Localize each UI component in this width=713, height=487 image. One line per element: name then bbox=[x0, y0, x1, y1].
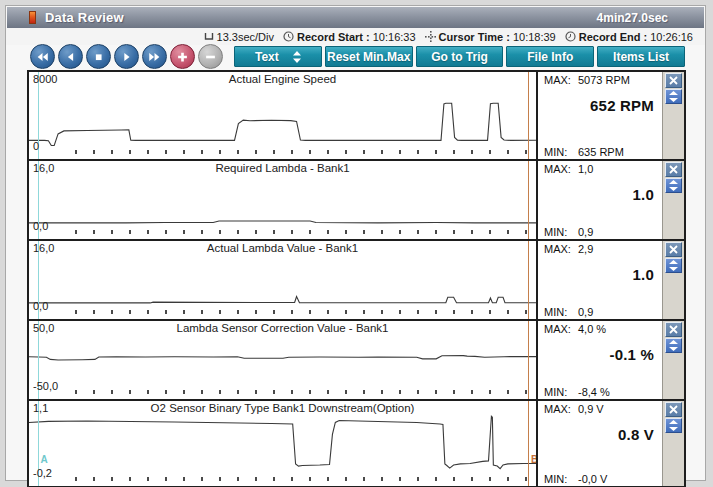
charts: 8000 Actual Engine Speed 0 MAX:5073 RPM … bbox=[27, 70, 686, 487]
fast-rewind-button[interactable] bbox=[30, 44, 55, 69]
scale-min-label: 0,0 bbox=[33, 300, 48, 312]
channel-title: Lambda Sensor Correction Value - Bank1 bbox=[29, 322, 536, 334]
channel-row: 8000 Actual Engine Speed 0 MAX:5073 RPM … bbox=[29, 72, 684, 159]
channel-row: 50,0 Lambda Sensor Correction Value - Ba… bbox=[29, 319, 684, 399]
updown-arrows-icon bbox=[669, 91, 678, 102]
toolbar: Text Reset Min.Max Go to Trig File Info … bbox=[6, 45, 705, 70]
scale-min-label: 0 bbox=[33, 140, 39, 152]
move-channel-button[interactable] bbox=[665, 258, 682, 273]
data-review-window: Data Review 4min27.0sec 13.3sec/Div Reco… bbox=[5, 5, 706, 481]
window-title: Data Review bbox=[45, 10, 124, 25]
plot-area[interactable]: 16,0 Actual Lambda Value - Bank1 0,0 bbox=[29, 241, 536, 319]
scale-min-label: -0,2 bbox=[33, 467, 52, 479]
channel-controls bbox=[662, 241, 684, 319]
channel-controls bbox=[662, 321, 684, 399]
step-back-button[interactable] bbox=[58, 44, 83, 69]
current-value: 1.0 bbox=[544, 266, 658, 283]
current-value: 0.8 V bbox=[544, 426, 658, 443]
time-ticks bbox=[59, 150, 532, 154]
cursor-b-line[interactable] bbox=[528, 72, 530, 159]
max-row: MAX:5073 RPM bbox=[544, 74, 658, 86]
close-icon bbox=[669, 405, 678, 414]
plot-area[interactable]: 8000 Actual Engine Speed 0 bbox=[29, 72, 536, 159]
scale-min-label: 0,0 bbox=[33, 220, 48, 232]
step-back-icon bbox=[63, 50, 78, 64]
time-ticks bbox=[59, 477, 532, 481]
plot-area[interactable]: 50,0 Lambda Sensor Correction Value - Ba… bbox=[29, 321, 536, 399]
reset-minmax-button[interactable]: Reset Min.Max bbox=[325, 46, 413, 67]
close-channel-button[interactable] bbox=[665, 242, 682, 257]
move-channel-button[interactable] bbox=[665, 418, 682, 433]
zoom-in-button[interactable] bbox=[170, 44, 195, 69]
channel-title: O2 Sensor Binary Type Bank1 Downstream(O… bbox=[29, 402, 536, 414]
max-row: MAX:4,0 % bbox=[544, 323, 658, 335]
channel-title: Required Lambda - Bank1 bbox=[29, 162, 536, 174]
min-row: MIN:-8,4 % bbox=[544, 386, 658, 398]
close-channel-button[interactable] bbox=[665, 162, 682, 177]
close-icon bbox=[669, 245, 678, 254]
close-icon bbox=[669, 76, 678, 85]
spinner-updown-icon bbox=[293, 51, 301, 63]
channel-controls bbox=[662, 401, 684, 486]
current-value: -0.1 % bbox=[544, 346, 658, 363]
move-channel-button[interactable] bbox=[665, 338, 682, 353]
move-channel-button[interactable] bbox=[665, 178, 682, 193]
max-row: MAX:1,0 bbox=[544, 163, 658, 175]
close-channel-button[interactable] bbox=[665, 402, 682, 417]
time-ticks bbox=[59, 230, 532, 234]
play-icon bbox=[119, 50, 134, 64]
close-channel-button[interactable] bbox=[665, 73, 682, 88]
current-value: 1.0 bbox=[544, 186, 658, 203]
min-row: MIN:635 RPM bbox=[544, 146, 658, 158]
play-button[interactable] bbox=[114, 44, 139, 69]
updown-arrows-icon bbox=[669, 260, 678, 271]
value-panel: MAX:2,9 1.0 MIN:0,9 bbox=[538, 241, 662, 319]
plot-area[interactable]: 16,0 Required Lambda - Bank1 0,0 bbox=[29, 161, 536, 239]
current-value: 652 RPM bbox=[544, 97, 658, 114]
file-info-button[interactable]: File Info bbox=[506, 46, 594, 67]
scale-min-label: -50,0 bbox=[33, 380, 58, 392]
text-mode-select[interactable]: Text bbox=[234, 46, 322, 67]
channel-controls bbox=[662, 72, 684, 159]
clock-icon bbox=[283, 31, 294, 42]
channel-title: Actual Lambda Value - Bank1 bbox=[29, 242, 536, 254]
fast-forward-button[interactable] bbox=[142, 44, 167, 69]
cursor-b-label: B bbox=[531, 454, 536, 465]
channel-title: Actual Engine Speed bbox=[29, 73, 536, 85]
record-start: Record Start : 10:16:33 bbox=[283, 31, 416, 43]
cursor-crosshair-icon bbox=[425, 31, 436, 42]
channel-row: 16,0 Actual Lambda Value - Bank1 0,0 MAX… bbox=[29, 239, 684, 319]
toolbar-buttons: Text Reset Min.Max Go to Trig File Info … bbox=[234, 46, 685, 67]
max-row: MAX:2,9 bbox=[544, 243, 658, 255]
value-panel: MAX:4,0 % -0.1 % MIN:-8,4 % bbox=[538, 321, 662, 399]
app-flag-icon bbox=[29, 11, 36, 24]
time-ticks bbox=[59, 390, 532, 394]
time-ticks bbox=[59, 310, 532, 314]
move-channel-button[interactable] bbox=[665, 89, 682, 104]
min-row: MIN:0,9 bbox=[544, 226, 658, 238]
go-to-trig-button[interactable]: Go to Trig bbox=[416, 46, 504, 67]
waveform bbox=[29, 72, 536, 159]
value-panel: MAX:0,9 V 0.8 V MIN:-0,0 V bbox=[538, 401, 662, 486]
min-row: MIN:0,9 bbox=[544, 306, 658, 318]
info-bar: 13.3sec/Div Record Start : 10:16:33 Curs… bbox=[6, 28, 705, 45]
close-channel-button[interactable] bbox=[665, 322, 682, 337]
plot-area[interactable]: 1,1 O2 Sensor Binary Type Bank1 Downstre… bbox=[29, 401, 536, 486]
items-list-button[interactable]: Items List bbox=[597, 46, 685, 67]
max-row: MAX:0,9 V bbox=[544, 403, 658, 415]
fast-forward-icon bbox=[147, 50, 162, 64]
value-panel: MAX:1,0 1.0 MIN:0,9 bbox=[538, 161, 662, 239]
channel-controls bbox=[662, 161, 684, 239]
clock-icon bbox=[565, 31, 576, 42]
plus-icon bbox=[175, 50, 190, 64]
stop-button[interactable] bbox=[86, 44, 111, 69]
recording-duration: 4min27.0sec bbox=[597, 11, 668, 25]
sec-per-div: 13.3sec/Div bbox=[204, 31, 274, 43]
min-row: MIN:-0,0 V bbox=[544, 473, 658, 485]
minus-icon bbox=[203, 50, 218, 64]
close-icon bbox=[669, 325, 678, 334]
updown-arrows-icon bbox=[669, 180, 678, 191]
div-scale-icon bbox=[204, 32, 214, 41]
cursor-time: Cursor Time : 10:18:39 bbox=[425, 31, 556, 43]
zoom-out-button[interactable] bbox=[198, 44, 223, 69]
